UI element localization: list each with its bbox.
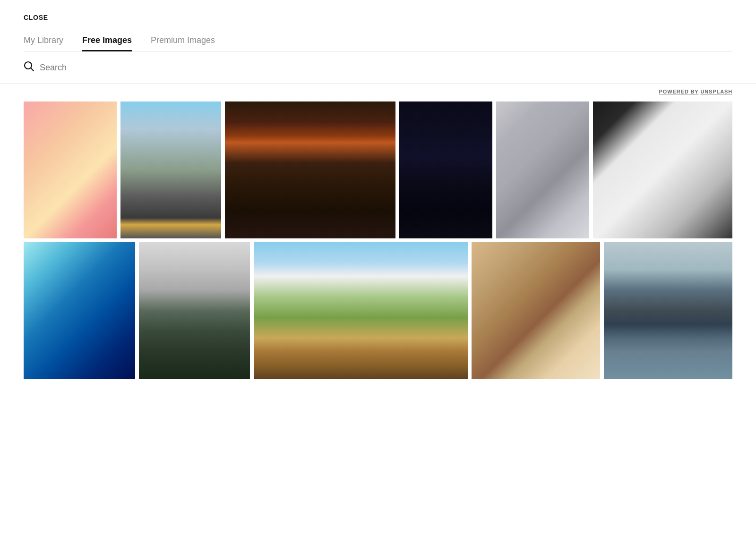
image-item[interactable] xyxy=(496,101,589,238)
image-item[interactable] xyxy=(24,101,117,238)
svg-line-1 xyxy=(31,68,34,71)
image-row-2 xyxy=(0,242,756,379)
tab-free-images[interactable]: Free Images xyxy=(82,35,132,51)
image-item[interactable] xyxy=(254,242,468,379)
search-icon xyxy=(24,61,34,74)
tab-my-library[interactable]: My Library xyxy=(24,35,63,51)
image-row-1 xyxy=(0,101,756,238)
image-item[interactable] xyxy=(399,101,492,238)
unsplash-link: UNSPLASH xyxy=(700,89,732,94)
header: CLOSE My Library Free Images Premium Ima… xyxy=(0,0,756,51)
powered-by: POWERED BY UNSPLASH xyxy=(0,84,756,101)
image-item[interactable] xyxy=(593,101,732,238)
image-item[interactable] xyxy=(225,101,395,238)
search-section xyxy=(0,51,756,84)
image-item[interactable] xyxy=(24,242,135,379)
tab-premium-images[interactable]: Premium Images xyxy=(151,35,215,51)
image-item[interactable] xyxy=(139,242,250,379)
tabs-nav: My Library Free Images Premium Images xyxy=(24,35,732,51)
search-wrapper xyxy=(24,61,732,74)
image-item[interactable] xyxy=(472,242,600,379)
image-item[interactable] xyxy=(120,101,221,238)
close-button[interactable]: CLOSE xyxy=(24,14,48,21)
search-input[interactable] xyxy=(40,63,732,73)
image-item[interactable] xyxy=(604,242,732,379)
